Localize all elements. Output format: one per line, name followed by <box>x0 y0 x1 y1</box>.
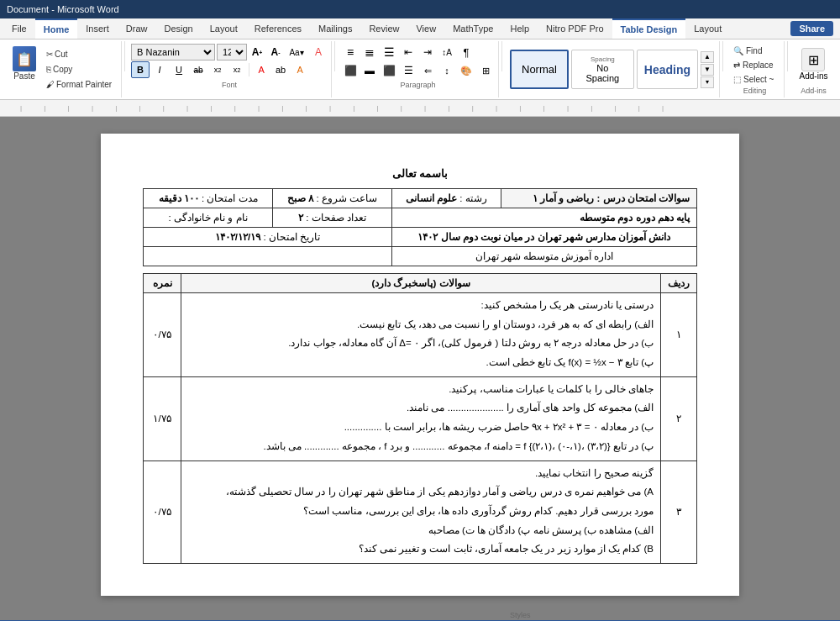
scissors-icon: ✂ <box>46 50 53 59</box>
copy-icon: ⎘ <box>46 65 51 74</box>
editing-group: 🔍 Find ⇄ Replace ⬚ Select ~ Editing <box>726 41 785 97</box>
q-line: A) می خواهیم نمره ی درس ریاضی و آمار دوا… <box>188 483 654 501</box>
no-spacing-label: No Spacing <box>579 63 627 83</box>
tab-file[interactable]: File <box>3 18 35 39</box>
font-size-select[interactable]: 12 <box>217 44 247 61</box>
decrease-font-button[interactable]: A- <box>267 44 284 61</box>
clipboard-group: 📋 Paste ✂ Cut ⎘ Copy 🖌 Format Painter <box>3 41 122 97</box>
field-cell: رشته : علوم انسانی <box>391 189 501 208</box>
text-color-button[interactable]: A <box>252 61 270 78</box>
table-row: ۱درستی یا نادرستی هر یک را مشخص کنید:الف… <box>144 293 697 377</box>
shading-para-button[interactable]: 🎨 <box>457 62 475 79</box>
no-spacing-style-button[interactable]: Spacing No Spacing <box>571 50 634 89</box>
styles-scroll-up-button[interactable]: ▲ <box>701 51 714 63</box>
addins-group-label: Add-ins <box>801 87 827 95</box>
q-line: درستی یا نادرستی هر یک را مشخص کنید: <box>188 297 654 314</box>
duration-cell: مدت امتحان : ۱۰۰ دقیقه <box>144 189 273 208</box>
styles-scroll-buttons: ▲ ▼ ▾ <box>701 50 714 89</box>
spacing-label: Spacing <box>579 55 627 63</box>
addins-group: ⊞ Add-ins Add-ins <box>790 41 837 97</box>
line-spacing-button[interactable]: ↕ <box>438 62 456 79</box>
tab-draw[interactable]: Draw <box>118 18 156 39</box>
tab-nitro[interactable]: Nitro PDF Pro <box>538 18 612 39</box>
bold-button[interactable]: B <box>131 61 150 78</box>
styles-group-label: Styles <box>510 611 531 619</box>
styles-scroll-down-button[interactable]: ▼ <box>701 64 714 76</box>
highlight-button[interactable]: ab <box>271 61 290 78</box>
change-case-button[interactable]: Aa▾ <box>286 44 307 61</box>
empty-cell <box>144 247 392 266</box>
multilevel-list-button[interactable]: ☰ <box>380 44 398 61</box>
align-left-button[interactable]: ⬛ <box>341 62 360 79</box>
shading-button[interactable]: A <box>291 61 309 78</box>
tab-review[interactable]: Review <box>360 18 407 39</box>
paragraph-group-label: Paragraph <box>341 81 495 89</box>
styles-expand-button[interactable]: ▾ <box>701 76 714 88</box>
q-line: B) کدام یک از موارد زیر در یک جامعه آمار… <box>188 540 654 558</box>
para-row-1: ≡ ≣ ☰ ⇤ ⇥ ↕A ¶ <box>341 44 475 61</box>
copy-button[interactable]: ⎘ Copy <box>42 62 116 76</box>
col-questions: سوالات (پاسخبرگ دارد) <box>181 274 661 293</box>
ribbon-tabs: File Home Insert Draw Design Layout Refe… <box>0 18 840 39</box>
bullets-button[interactable]: ≡ <box>341 44 360 61</box>
superscript-button[interactable]: x2 <box>228 61 246 78</box>
tab-insert[interactable]: Insert <box>77 18 118 39</box>
sort-button[interactable]: ↕A <box>438 44 456 61</box>
paste-button[interactable]: 📋 Paste <box>8 44 40 95</box>
borders-button[interactable]: ⊞ <box>476 62 495 79</box>
tab-design[interactable]: Design <box>155 18 201 39</box>
divider-5 <box>787 41 788 71</box>
tab-home[interactable]: Home <box>35 18 78 39</box>
font-row-2: B I U ab x2 x2 A ab A <box>131 61 328 78</box>
q-score: ۰/۷۵ <box>144 460 181 563</box>
align-center-button[interactable]: ▬ <box>360 62 379 79</box>
font-family-select[interactable]: B Nazanin <box>131 44 215 61</box>
strikethrough-button[interactable]: ab <box>189 61 207 78</box>
cut-button[interactable]: ✂ Cut <box>42 47 116 61</box>
para-row-2: ⬛ ▬ ⬛ ☰ ⇐ ↕ 🎨 ⊞ <box>341 62 495 79</box>
q-score: ۰/۷۵ <box>144 293 181 377</box>
q-line: الف) مجموعه کل واحد های آماری را .......… <box>188 399 654 417</box>
tab-layout2[interactable]: Layout <box>685 18 730 39</box>
replace-button[interactable]: ⇄ Replace <box>729 58 780 72</box>
increase-font-button[interactable]: A+ <box>249 44 265 61</box>
doc-area[interactable]: باسمه تعالی سوالات امتحان درس : ریاضی و … <box>0 117 840 620</box>
start-time-cell: ساعت شروع : ۸ صبح <box>273 189 392 208</box>
tab-mathtype[interactable]: MathType <box>444 18 501 39</box>
show-formatting-button[interactable]: ¶ <box>457 44 475 61</box>
name-cell: نام و نام خانوادگی : <box>144 208 273 228</box>
tab-layout[interactable]: Layout <box>202 18 246 39</box>
grade-cell: پایه دهم دوره دوم متوسطه <box>391 208 696 228</box>
tab-mailings[interactable]: Mailings <box>310 18 360 39</box>
tab-view[interactable]: View <box>407 18 444 39</box>
align-right-button[interactable]: ⬛ <box>380 62 398 79</box>
numbered-list-button[interactable]: ≣ <box>360 44 379 61</box>
underline-button[interactable]: U <box>170 61 188 78</box>
q-content: جاهای خالی را با کلمات یا عبارات مناسب، … <box>181 376 661 460</box>
format-painter-button[interactable]: 🖌 Format Painter <box>42 77 116 92</box>
heading-style-button[interactable]: Heading <box>637 50 698 89</box>
clear-format-button[interactable]: A <box>309 44 328 61</box>
italic-button[interactable]: I <box>150 61 169 78</box>
decrease-indent-button[interactable]: ⇤ <box>399 44 417 61</box>
ruler: | | | | | | | | | | | | | | | | | | | | … <box>0 100 840 117</box>
addins-button[interactable]: ⊞ Add-ins <box>795 44 832 85</box>
tab-help[interactable]: Help <box>501 18 538 39</box>
tab-tabledesign[interactable]: Table Design <box>612 18 686 39</box>
date-cell: تاریخ امتحان : ۱۴۰۲/۱۲/۱۹ <box>144 228 392 247</box>
increase-indent-button[interactable]: ⇥ <box>418 44 437 61</box>
q-content: درستی یا نادرستی هر یک را مشخص کنید:الف)… <box>181 293 661 377</box>
tab-references[interactable]: References <box>246 18 310 39</box>
select-button[interactable]: ⬚ Select ~ <box>729 72 780 87</box>
col-score: نمره <box>144 274 181 293</box>
rtl-button[interactable]: ⇐ <box>418 62 437 79</box>
font-row-1: B Nazanin 12 A+ A- Aa▾ A <box>131 44 328 61</box>
subscript-button[interactable]: x2 <box>208 61 227 78</box>
q-line: ب) در حل معادله درجه ۲ به روش دلتا ( فرم… <box>188 334 654 352</box>
share-button[interactable]: Share <box>790 21 833 36</box>
find-button[interactable]: 🔍 Find <box>729 44 780 58</box>
normal-style-button[interactable]: Normal <box>510 50 569 89</box>
paste-icon: 📋 <box>13 46 36 71</box>
title-bar: Document - Microsoft Word <box>0 0 840 18</box>
justify-button[interactable]: ☰ <box>399 62 417 79</box>
